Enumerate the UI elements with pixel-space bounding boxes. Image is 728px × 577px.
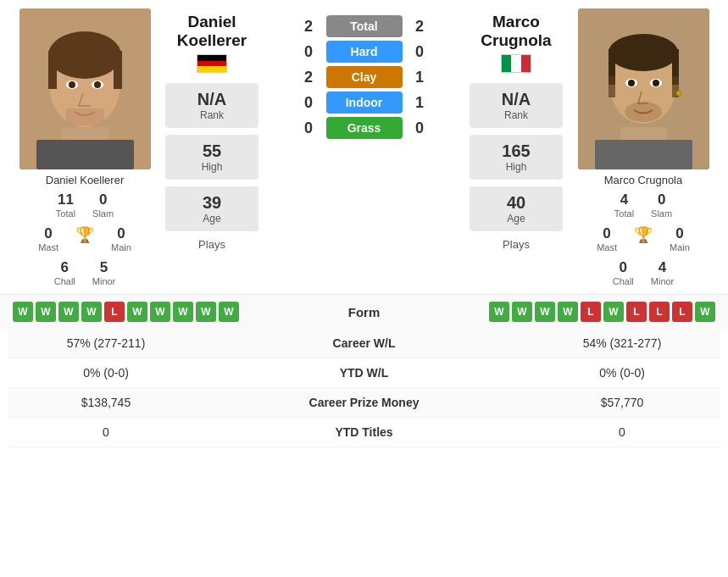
stat-minor-left: 5 Minor <box>92 259 116 286</box>
high-box-left: 55 High <box>165 135 258 180</box>
form-badges-right: W W W W L W L L L W <box>489 302 715 322</box>
svg-rect-21 <box>609 76 615 97</box>
right-ytd-wl: 0% (0-0) <box>537 366 707 380</box>
plays-label-right: Plays <box>503 238 530 251</box>
svg-rect-6 <box>48 51 57 89</box>
trophy-left: 🏆 <box>75 225 94 252</box>
svg-rect-12 <box>66 108 104 125</box>
stats-section: 57% (277-211) Career W/L 54% (321-277) 0… <box>0 329 728 447</box>
form-label: Form <box>348 305 381 319</box>
surface-indoor: Indoor <box>326 92 403 114</box>
match-rows: 2 Total 2 0 Hard 0 2 Clay 1 0 Indoor <box>267 15 461 139</box>
player-left-name: Daniel Koellerer <box>46 174 125 186</box>
stat-main-right: 0 Main <box>670 225 690 252</box>
player-right-photo <box>578 8 709 169</box>
stat-row-1: 11 Total 0 Slam <box>56 191 114 219</box>
left-ytd-titles: 0 <box>21 425 191 439</box>
right-ytd-titles: 0 <box>537 425 707 439</box>
left-prize: $138,745 <box>21 396 191 409</box>
main-container: Daniel Koellerer 11 Total 0 Slam 0 Mast <box>0 0 728 447</box>
form-badge-left-2: W <box>36 302 56 322</box>
form-badge-left-4: W <box>81 302 102 322</box>
stat-mast-right: 0 Mast <box>597 225 617 252</box>
stat-slam-right: 0 Slam <box>651 191 672 219</box>
ytd-titles-label: YTD Titles <box>191 425 537 439</box>
plays-label-left: Plays <box>198 238 225 251</box>
form-badge-right-7: L <box>626 302 647 322</box>
stats-row-ytd-wl: 0% (0-0) YTD W/L 0% (0-0) <box>8 358 720 388</box>
stat-total-left: 11 Total <box>56 191 75 219</box>
form-badge-left-3: W <box>58 302 79 322</box>
rank-box-left: N/A Rank <box>165 83 258 128</box>
svg-point-5 <box>48 31 121 79</box>
player-left-stats: 11 Total 0 Slam 0 Mast 🏆 <box>8 188 161 290</box>
stat-minor-right: 4 Minor <box>651 259 675 286</box>
form-badge-right-2: W <box>512 302 532 322</box>
svg-point-26 <box>653 80 659 86</box>
match-row-grass: 0 Grass 0 <box>267 117 461 139</box>
career-wl-label: Career W/L <box>191 336 537 350</box>
prize-label: Career Prize Money <box>191 396 537 409</box>
form-badge-left-9: W <box>196 302 216 322</box>
surface-grass: Grass <box>326 117 403 139</box>
player-right-name: Marco Crugnola <box>604 174 683 186</box>
player-left: Daniel Koellerer 11 Total 0 Slam 0 Mast <box>8 8 161 290</box>
stat-main-left: 0 Main <box>111 225 131 252</box>
form-badge-right-6: W <box>603 302 624 322</box>
flag-left <box>197 54 227 73</box>
player-right: Marco Crugnola 4 Total 0 Slam 0 Mast <box>567 8 720 290</box>
left-ytd-wl: 0% (0-0) <box>21 366 191 380</box>
form-badge-left-1: W <box>13 302 33 322</box>
svg-rect-3 <box>36 140 134 169</box>
form-badge-left-8: W <box>173 302 193 322</box>
form-badge-left-6: W <box>127 302 147 322</box>
form-badge-right-10: W <box>695 302 715 322</box>
stat-slam-left: 0 Slam <box>92 191 114 219</box>
form-section: W W W W L W W W W W Form W W W W L W L L… <box>0 294 728 329</box>
match-row-clay: 2 Clay 1 <box>267 66 461 88</box>
surface-total: Total <box>326 15 403 37</box>
stats-row-ytd-titles: 0 YTD Titles 0 <box>8 418 720 447</box>
match-row-hard: 0 Hard 0 <box>267 41 461 63</box>
rank-box-right: N/A Rank <box>470 83 563 128</box>
svg-point-25 <box>628 80 635 86</box>
stat-row-3: 6 Chall 5 Minor <box>54 259 116 286</box>
right-prize: $57,770 <box>537 396 707 409</box>
form-badge-right-3: W <box>535 302 555 322</box>
flag-it <box>501 54 531 73</box>
trophy-right: 🏆 <box>634 225 653 252</box>
svg-point-27 <box>625 102 662 122</box>
surface-hard: Hard <box>326 41 403 63</box>
form-badge-right-8: L <box>649 302 670 322</box>
match-row-total: 2 Total 2 <box>267 15 461 37</box>
player-right-stats: 4 Total 0 Slam 0 Mast 🏆 <box>567 188 720 290</box>
stat-chall-right: 0 Chall <box>613 259 634 286</box>
flag-right <box>501 54 531 73</box>
surface-clay: Clay <box>326 66 403 88</box>
stat-total-right: 4 Total <box>614 191 634 219</box>
stat-row-2: 0 Mast 🏆 0 Main <box>38 225 131 252</box>
flag-de <box>197 54 227 73</box>
svg-point-18 <box>609 34 678 71</box>
stat-mast-left: 0 Mast <box>38 225 58 252</box>
svg-point-10 <box>69 81 75 88</box>
high-box-right: 165 High <box>470 135 563 180</box>
match-row-indoor: 0 Indoor 1 <box>267 92 461 114</box>
player-left-photo <box>19 8 151 169</box>
form-badge-left-7: W <box>150 302 170 322</box>
form-badge-right-1: W <box>489 302 509 322</box>
age-box-right: 40 Age <box>470 186 563 231</box>
ytd-wl-label: YTD W/L <box>191 366 537 380</box>
form-badge-left-5: L <box>104 302 125 322</box>
stats-row-prize: $138,745 Career Prize Money $57,770 <box>8 388 720 418</box>
form-badge-right-5: L <box>581 302 601 322</box>
form-badge-right-9: L <box>672 302 692 322</box>
player-left-name-center: DanielKoellerer <box>177 13 247 50</box>
stat-row-r1: 4 Total 0 Slam <box>614 191 672 219</box>
players-section: Daniel Koellerer 11 Total 0 Slam 0 Mast <box>0 0 728 290</box>
age-box-left: 39 Age <box>165 186 258 231</box>
center-left-box: DanielKoellerer N/A Rank 55 High 39 Age <box>161 8 263 290</box>
left-career-wl: 57% (277-211) <box>21 336 191 350</box>
center-right-box: Marco Crugnola N/A Rank 165 High 40 Age <box>465 8 567 290</box>
stat-row-r2: 0 Mast 🏆 0 Main <box>597 225 690 252</box>
